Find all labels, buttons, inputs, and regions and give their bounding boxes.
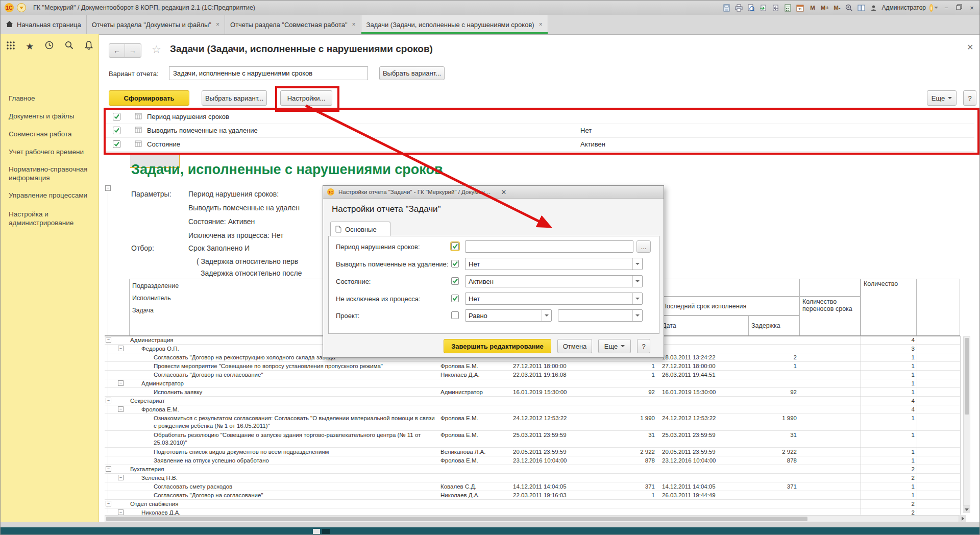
- table-row[interactable]: Согласовать "Договор на согласование"Ник…: [105, 371, 960, 379]
- calendar-icon[interactable]: 31: [796, 4, 804, 12]
- quick-setting-label[interactable]: Состояние: [147, 140, 180, 148]
- cell-exec[interactable]: Фролова Е.М.: [440, 457, 510, 465]
- table-row[interactable]: Согласовать "Договор на согласование"Ник…: [105, 491, 960, 500]
- quick-setting-label[interactable]: Выводить помеченные на удаление: [147, 127, 258, 134]
- menu-grid-icon[interactable]: [6, 40, 15, 52]
- table-row[interactable]: −Фролова Е.М.4: [105, 405, 960, 414]
- dropdown-value[interactable]: Равно: [465, 312, 542, 320]
- cell-delay2[interactable]: 92: [747, 388, 797, 396]
- chevron-down-icon[interactable]: [632, 258, 642, 270]
- cell-delay1[interactable]: 92: [594, 388, 655, 396]
- cell-exec[interactable]: Фролова Е.М.: [440, 362, 510, 370]
- comparison-dropdown[interactable]: Равно: [465, 309, 552, 322]
- table-row[interactable]: Подготовить список видов документов по в…: [105, 448, 960, 456]
- tab-label[interactable]: Начальная страница: [17, 21, 81, 29]
- tab-close-icon[interactable]: ×: [539, 21, 543, 28]
- calendar-grid-icon[interactable]: [135, 112, 142, 121]
- memory-m-minus-button[interactable]: M-: [832, 4, 841, 12]
- group-expander[interactable]: −: [118, 346, 124, 351]
- history-icon[interactable]: [44, 40, 54, 52]
- dialog-field-label[interactable]: Не исключена из процесса:: [336, 295, 421, 303]
- cell-count[interactable]: 2: [862, 474, 915, 482]
- cell-task[interactable]: Отдел снабжения: [129, 500, 438, 508]
- cell-exec[interactable]: Фролова Е.М.: [440, 431, 510, 439]
- table-row[interactable]: −Секретариат4: [105, 397, 960, 405]
- memory-m-button[interactable]: M: [808, 4, 817, 12]
- ellipsis-button[interactable]: ...: [636, 240, 651, 253]
- chevron-down-icon[interactable]: [542, 310, 551, 321]
- calendar-grid-icon[interactable]: [135, 126, 142, 135]
- period-input[interactable]: [465, 240, 633, 253]
- cell-delay1[interactable]: 1 990: [594, 415, 655, 422]
- tab-close-icon[interactable]: ×: [352, 21, 356, 28]
- cell-exec[interactable]: Николаев Д.А.: [440, 371, 510, 379]
- zoom-icon[interactable]: [845, 4, 853, 12]
- cell-task[interactable]: Ознакомиться с результатом согласования:…: [129, 415, 438, 430]
- cell-count[interactable]: 1: [862, 380, 915, 387]
- project-dropdown[interactable]: [558, 309, 643, 322]
- dialog-field-label[interactable]: Состояние:: [336, 278, 371, 285]
- minimize-icon[interactable]: −: [942, 4, 951, 12]
- dropdown-value[interactable]: Нет: [465, 295, 632, 303]
- chevron-down-icon[interactable]: [632, 310, 642, 321]
- cell-task[interactable]: Бухгалтерия: [129, 466, 438, 473]
- split-view-icon[interactable]: [857, 4, 866, 12]
- receive-icon[interactable]: [771, 4, 780, 12]
- cell-count[interactable]: 1: [862, 448, 915, 456]
- cell-task[interactable]: Фролова Е.М.: [129, 406, 438, 414]
- dialog-help-button[interactable]: ?: [637, 339, 650, 353]
- group-expander[interactable]: −: [106, 398, 111, 403]
- cell-delay2[interactable]: 878: [747, 457, 797, 465]
- table-row[interactable]: Провести мероприятие "Совещание по вопро…: [105, 362, 960, 371]
- cell-count[interactable]: 2: [862, 466, 915, 473]
- checkbox[interactable]: [113, 127, 120, 134]
- cell-delay2[interactable]: 371: [747, 483, 797, 491]
- cell-count[interactable]: 4: [862, 336, 915, 344]
- table-row[interactable]: −Зеленец Н.В.2: [105, 474, 960, 482]
- group-expander[interactable]: −: [118, 380, 124, 386]
- choose-variant-button-top[interactable]: Выбрать вариант...: [379, 66, 445, 80]
- report-group-expander[interactable]: −: [105, 185, 111, 191]
- param-line[interactable]: Исключена из процесса: Нет: [188, 231, 284, 239]
- info-icon[interactable]: i: [929, 4, 938, 12]
- cell-count[interactable]: 1: [862, 483, 915, 491]
- cell-date1[interactable]: 25.03.2011 23:59:59: [513, 431, 595, 439]
- quick-setting-row[interactable]: Период нарушения сроков: [106, 110, 974, 124]
- cell-date1[interactable]: 22.03.2011 19:16:08: [513, 371, 595, 379]
- cell-date2[interactable]: 26.03.2011 19:44:51: [662, 371, 748, 379]
- cell-date1[interactable]: 22.03.2011 19:16:03: [513, 492, 595, 499]
- cell-count[interactable]: 4: [862, 397, 915, 405]
- cell-exec[interactable]: Фролова Е.М.: [440, 415, 510, 422]
- cell-delay1[interactable]: 31: [594, 431, 655, 439]
- tab-2[interactable]: Отчеты раздела "Документы и файлы"×: [87, 15, 225, 34]
- cell-delay2[interactable]: 1: [747, 362, 797, 370]
- dropdown-field[interactable]: Нет: [465, 293, 643, 305]
- quick-setting-value[interactable]: Активен: [580, 140, 605, 148]
- filter-line[interactable]: Задержка относительно после: [201, 269, 302, 277]
- quick-setting-row[interactable]: Выводить помеченные на удалениеНет: [106, 124, 974, 138]
- cell-count[interactable]: 1: [862, 492, 915, 499]
- cell-date1[interactable]: 27.12.2011 18:00:00: [513, 362, 595, 370]
- group-expander[interactable]: −: [106, 466, 111, 472]
- group-expander[interactable]: −: [118, 509, 124, 515]
- chevron-down-icon[interactable]: [632, 276, 642, 287]
- cell-task[interactable]: Администратор: [129, 380, 438, 387]
- cell-task[interactable]: Согласовать смету расходов: [129, 483, 438, 491]
- cell-task[interactable]: Согласовать "Договор на согласование": [129, 371, 438, 379]
- group-expander[interactable]: −: [118, 406, 124, 412]
- cell-delay1[interactable]: 371: [594, 483, 655, 491]
- sidebar-item-7[interactable]: Настройка и администрирование: [9, 210, 91, 227]
- cell-delay1[interactable]: 1: [594, 362, 655, 370]
- cell-task[interactable]: Согласовать "Договор на согласование": [129, 492, 438, 499]
- cell-task[interactable]: Провести мероприятие "Совещание по вопро…: [129, 362, 438, 370]
- cell-task[interactable]: Подготовить список видов документов по в…: [129, 448, 438, 456]
- cell-delay2[interactable]: 2: [747, 354, 797, 361]
- quick-setting-label[interactable]: Период нарушения сроков: [147, 113, 229, 120]
- cell-task[interactable]: Зеленец Н.В.: [129, 474, 438, 482]
- cell-exec[interactable]: Ковалев С.Д.: [440, 483, 510, 491]
- checkbox[interactable]: [113, 140, 120, 148]
- tab-label[interactable]: Задачи (Задачи, исполненные с нарушениям…: [366, 21, 534, 29]
- filter-line[interactable]: ( Задержка относительно перв: [197, 257, 298, 265]
- table-row[interactable]: Обработать резолюцию "Совещание о запуск…: [105, 431, 960, 448]
- table-row[interactable]: −Отдел снабжения2: [105, 500, 960, 508]
